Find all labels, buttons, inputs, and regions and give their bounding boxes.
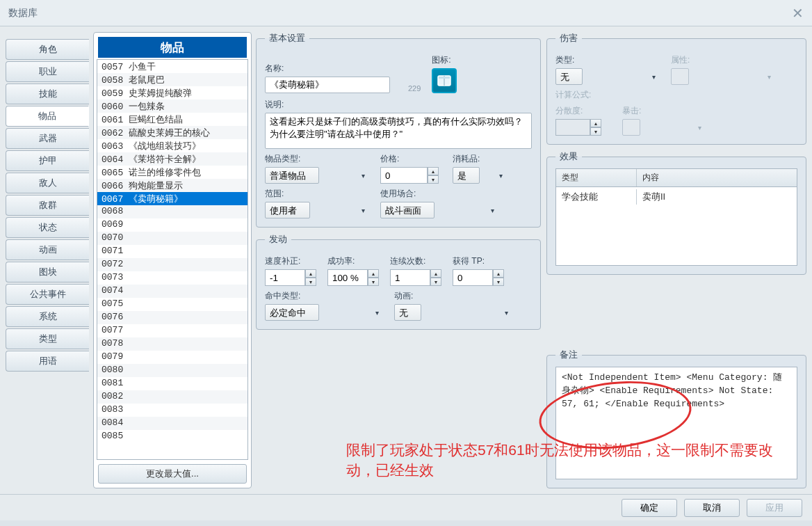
tab-1[interactable]: 职业 bbox=[6, 61, 89, 82]
item-type-select[interactable]: 普通物品 bbox=[265, 167, 319, 184]
effects-panel: 效果 类型 内容 学会技能卖萌II bbox=[546, 150, 806, 275]
tab-5[interactable]: 护甲 bbox=[6, 150, 89, 171]
element-select bbox=[671, 68, 689, 85]
tab-7[interactable]: 敌群 bbox=[6, 195, 89, 216]
window-title: 数据库 bbox=[8, 7, 38, 19]
success-input[interactable]: ▴▾ bbox=[327, 269, 379, 286]
list-item[interactable]: 0070 bbox=[97, 232, 247, 245]
effects-table[interactable]: 类型 内容 学会技能卖萌II bbox=[555, 168, 797, 266]
damage-settings: 伤害 类型: 无 属性: 计算公式: 分散度: ▴▾ 暴击: bbox=[546, 32, 806, 145]
list-item[interactable]: 0079 bbox=[97, 351, 247, 364]
animation-select[interactable]: 无 bbox=[394, 304, 421, 321]
icon-index: 229 bbox=[408, 84, 421, 93]
repeat-input[interactable]: ▴▾ bbox=[390, 269, 441, 286]
item-list[interactable]: 0057 小鱼干0058 老鼠尾巴0059 史莱姆提纯酸弹0060 一包辣条00… bbox=[97, 59, 248, 460]
tab-0[interactable]: 角色 bbox=[6, 39, 89, 60]
invoke-settings: 发动 速度补正: ▴▾ 成功率: ▴▾ 连续次数: ▴▾ 获得 TP: ▴▾ 命… bbox=[256, 233, 541, 330]
tab-13[interactable]: 类型 bbox=[6, 328, 89, 349]
scope-select[interactable]: 使用者 bbox=[265, 202, 310, 218]
tab-2[interactable]: 技能 bbox=[6, 83, 89, 104]
tab-14[interactable]: 用语 bbox=[6, 351, 89, 372]
tab-12[interactable]: 系统 bbox=[6, 306, 89, 327]
tab-3[interactable]: 物品 bbox=[6, 106, 89, 127]
list-item[interactable]: 0082 bbox=[97, 390, 247, 404]
list-item[interactable]: 0057 小鱼干 bbox=[97, 60, 247, 73]
list-item[interactable]: 0075 bbox=[97, 298, 247, 311]
effect-row[interactable]: 学会技能卖萌II bbox=[556, 187, 797, 207]
basic-settings: 基本设置 名称: 229 图标: bbox=[256, 32, 541, 228]
name-input[interactable] bbox=[265, 77, 390, 93]
tab-11[interactable]: 公共事件 bbox=[6, 284, 89, 305]
list-item[interactable]: 0069 bbox=[97, 218, 247, 232]
change-max-button[interactable]: 更改最大值... bbox=[98, 464, 247, 484]
critical-select bbox=[622, 119, 640, 136]
price-input[interactable]: ▴▾ bbox=[380, 167, 441, 184]
svg-rect-1 bbox=[439, 77, 450, 79]
cancel-button[interactable]: 取消 bbox=[684, 499, 740, 517]
list-item[interactable]: 0085 bbox=[97, 430, 247, 443]
apply-button[interactable]: 应用 bbox=[747, 499, 802, 517]
hit-type-select[interactable]: 必定命中 bbox=[265, 304, 319, 321]
list-item[interactable]: 0073 bbox=[97, 271, 247, 285]
tab-9[interactable]: 动画 bbox=[6, 239, 89, 260]
list-item[interactable]: 0067 《卖萌秘籍》 bbox=[97, 192, 247, 205]
list-item[interactable]: 0064 《莱塔符卡全解》 bbox=[97, 152, 247, 166]
icon-button[interactable] bbox=[432, 68, 457, 93]
list-item[interactable]: 0081 bbox=[97, 377, 247, 390]
notes-panel: 备注 <Not Independent Item> <Menu Category… bbox=[546, 349, 806, 488]
tab-6[interactable]: 敌人 bbox=[6, 173, 89, 193]
list-item[interactable]: 0065 诺兰的维修零件包 bbox=[97, 166, 247, 179]
description-input[interactable] bbox=[265, 113, 532, 149]
list-item[interactable]: 0077 bbox=[97, 324, 247, 337]
close-icon[interactable]: ✕ bbox=[792, 5, 804, 22]
list-item[interactable]: 0066 狗炮能量显示 bbox=[97, 179, 247, 192]
list-item[interactable]: 0074 bbox=[97, 285, 247, 298]
notes-textarea[interactable]: <Not Independent Item> <Menu Category: 随… bbox=[555, 367, 797, 479]
list-item[interactable]: 0060 一包辣条 bbox=[97, 99, 247, 113]
list-item[interactable]: 0083 bbox=[97, 404, 247, 417]
tab-8[interactable]: 状态 bbox=[6, 217, 89, 238]
tab-10[interactable]: 图块 bbox=[6, 262, 89, 282]
list-item[interactable]: 0076 bbox=[97, 311, 247, 324]
list-item[interactable]: 0078 bbox=[97, 337, 247, 351]
damage-type-select[interactable]: 无 bbox=[555, 68, 583, 85]
list-item[interactable]: 0084 bbox=[97, 417, 247, 430]
list-header: 物品 bbox=[98, 37, 247, 58]
book-icon bbox=[436, 72, 453, 89]
list-item[interactable]: 0072 bbox=[97, 258, 247, 271]
list-item[interactable]: 0059 史莱姆提纯酸弹 bbox=[97, 86, 247, 99]
list-item[interactable]: 0062 硫酸史莱姆王的核心 bbox=[97, 126, 247, 139]
variance-input: ▴▾ bbox=[555, 119, 611, 136]
occasion-select[interactable]: 战斗画面 bbox=[380, 202, 435, 218]
dialog-buttons: 确定 取消 应用 bbox=[0, 494, 812, 520]
consumable-select[interactable]: 是 bbox=[453, 167, 480, 184]
tab-4[interactable]: 武器 bbox=[6, 128, 89, 149]
ok-button[interactable]: 确定 bbox=[622, 499, 677, 517]
list-item[interactable]: 0063 《战地组装技巧》 bbox=[97, 139, 247, 152]
item-list-panel: 物品 0057 小鱼干0058 老鼠尾巴0059 史莱姆提纯酸弹0060 一包辣… bbox=[93, 32, 252, 488]
list-item[interactable]: 0080 bbox=[97, 364, 247, 377]
titlebar: 数据库 ✕ bbox=[0, 0, 812, 26]
category-tabs: 角色职业技能物品武器护甲敌人敌群状态动画图块公共事件系统类型用语 bbox=[6, 32, 89, 488]
speed-input[interactable]: ▴▾ bbox=[265, 269, 316, 286]
list-item[interactable]: 0071 bbox=[97, 245, 247, 258]
list-item[interactable]: 0068 bbox=[97, 205, 247, 218]
tp-gain-input[interactable]: ▴▾ bbox=[453, 269, 504, 286]
list-item[interactable]: 0058 老鼠尾巴 bbox=[97, 73, 247, 86]
list-item[interactable]: 0061 巨蝎红色结晶 bbox=[97, 113, 247, 126]
